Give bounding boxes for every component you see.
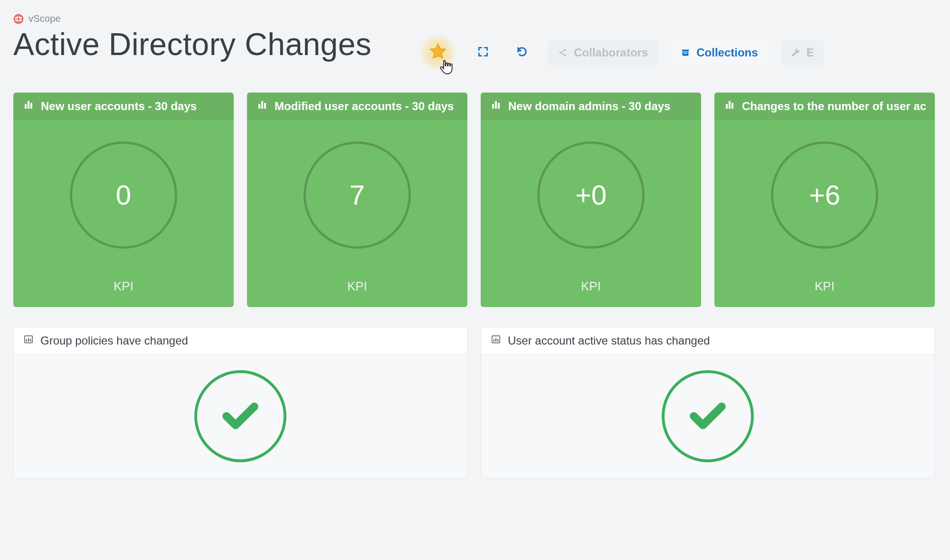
panel-body [481,355,934,478]
page-title: Active Directory Changes [13,28,371,61]
kpi-footer: KPI [714,270,935,307]
svg-rect-4 [682,50,689,52]
panel-head: User account active status has changed [481,327,934,355]
kpi-ring: 0 [70,141,177,249]
kpi-footer: KPI [481,270,701,307]
panel-group-policies[interactable]: Group policies have changed [13,327,467,478]
kpi-footer: KPI [247,270,467,307]
svg-point-2 [564,49,566,51]
favorite-button[interactable] [419,34,457,72]
svg-rect-9 [30,103,32,109]
svg-rect-6 [684,53,687,54]
svg-rect-18 [732,103,733,109]
bar-chart-icon [724,99,735,113]
kpi-card-new-users[interactable]: New user accounts - 30 days 0 KPI [13,93,234,307]
brand-logo-icon [13,14,24,24]
kpi-value: 7 [350,179,365,211]
svg-rect-17 [729,101,731,109]
kpi-body: 0 [13,120,234,270]
kpi-row: New user accounts - 30 days 0 KPI Modifi… [13,93,950,307]
collections-label: Collections [696,46,758,59]
kpi-body: +0 [481,120,701,270]
kpi-value: +6 [809,179,840,211]
kpi-title: New domain admins - 30 days [508,100,670,113]
refresh-button[interactable] [509,40,535,65]
fullscreen-icon [477,46,489,60]
svg-rect-13 [492,104,494,109]
report-icon [23,334,34,347]
svg-rect-25 [495,338,496,341]
svg-point-3 [564,54,566,56]
svg-rect-24 [494,339,494,342]
svg-rect-16 [726,104,728,109]
panel-body [14,355,467,478]
panel-title: User account active status has changed [508,334,710,347]
kpi-body: +6 [714,120,935,270]
check-icon [687,394,729,438]
kpi-value: 0 [116,179,131,211]
bar-chart-icon [256,99,268,113]
status-ok-ring [662,370,754,462]
kpi-card-modified-users[interactable]: Modified user accounts - 30 days 7 KPI [247,93,467,307]
bar-chart-icon [23,99,34,113]
svg-rect-21 [28,338,29,341]
kpi-ring: 7 [304,141,411,249]
refresh-icon [515,45,529,60]
fullscreen-button[interactable] [470,40,496,65]
svg-rect-5 [683,52,689,56]
kpi-head: Modified user accounts - 30 days [247,93,467,120]
kpi-title: Modified user accounts - 30 days [275,100,454,113]
kpi-card-new-domain-admins[interactable]: New domain admins - 30 days +0 KPI [481,93,701,307]
panel-head: Group policies have changed [14,327,467,355]
edit-label: E [807,46,814,59]
kpi-head: New user accounts - 30 days [13,93,234,120]
kpi-ring: +6 [771,141,878,249]
svg-rect-11 [261,101,263,109]
collaborators-button[interactable]: Collaborators [548,40,657,65]
star-icon [428,41,448,64]
wrench-icon [790,47,801,58]
collaborators-label: Collaborators [574,46,648,59]
kpi-title: Changes to the number of user ac [742,100,926,113]
brand: vScope [13,13,950,24]
panel-row: Group policies have changed [13,327,950,478]
edit-button[interactable]: E [781,40,824,65]
share-icon [558,47,568,58]
svg-rect-12 [264,103,266,109]
header: Active Directory Changes [13,28,950,72]
kpi-head: Changes to the number of user ac [714,93,935,120]
svg-rect-15 [498,103,500,109]
kpi-head: New domain admins - 30 days [481,93,701,120]
panel-title: Group policies have changed [40,334,188,347]
kpi-ring: +0 [537,141,645,249]
check-icon [219,394,261,438]
report-icon [491,334,501,347]
toolbar: Collaborators Collections [419,28,823,72]
panel-user-active-status[interactable]: User account active status has changed [481,327,935,478]
svg-rect-7 [25,104,27,109]
svg-rect-10 [258,104,260,109]
kpi-title: New user accounts - 30 days [41,100,197,113]
status-ok-ring [194,370,286,462]
svg-rect-20 [26,339,27,342]
collections-button[interactable]: Collections [671,40,767,65]
svg-rect-22 [30,339,31,342]
bar-chart-icon [490,99,502,113]
svg-rect-14 [495,101,497,109]
kpi-body: 7 [247,120,467,270]
svg-rect-26 [497,339,498,342]
collections-icon [680,47,691,58]
kpi-value: +0 [575,179,607,211]
brand-name: vScope [28,13,61,24]
svg-point-1 [560,52,561,54]
kpi-footer: KPI [13,270,234,307]
page-root: vScope Active Directory Changes [0,0,950,560]
svg-rect-8 [28,101,29,109]
kpi-card-user-changes[interactable]: Changes to the number of user ac +6 KPI [714,93,935,307]
